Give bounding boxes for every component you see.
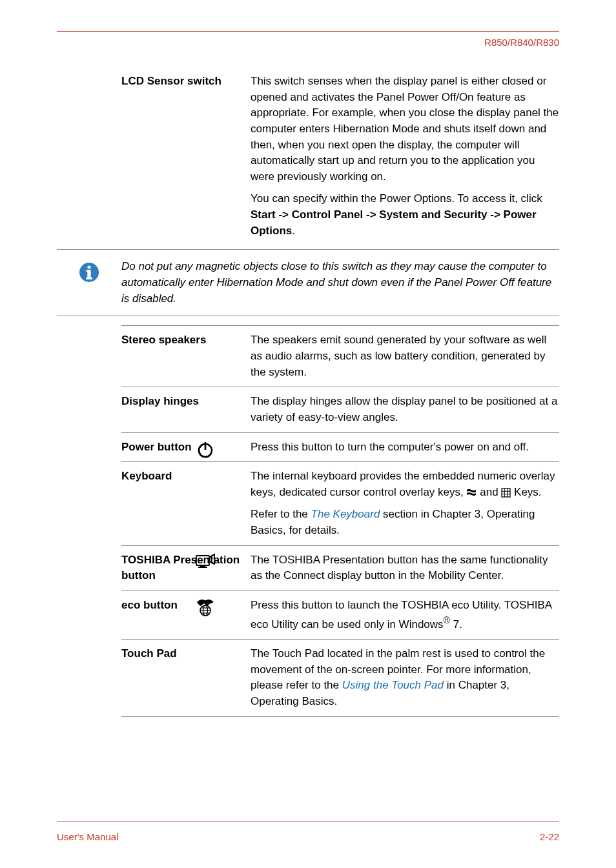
footer-right: 2-22	[540, 831, 559, 842]
row-eco: eco button Press this button to launch t…	[121, 590, 559, 639]
keyboard-p2: Refer to the The Keyboard section in Cha…	[251, 507, 559, 538]
callout-magnetic: Do not put any magnetic objects close to…	[57, 249, 559, 316]
svg-rect-4	[86, 278, 92, 279]
desc-eco: Press this button to launch the TOSHBIA …	[251, 598, 559, 632]
info-icon	[78, 261, 100, 283]
label-hinges: Display hinges	[121, 394, 251, 409]
eco-p-b: 7.	[450, 618, 462, 630]
desc-power: Press this button to turn the computer's…	[251, 439, 559, 456]
kb-p2a: Refer to the	[251, 508, 311, 520]
row-hinges: Display hinges The display hinges allow …	[121, 387, 559, 432]
model-label: R850/R840/R830	[57, 37, 559, 48]
label-power: Power button	[121, 439, 251, 455]
row-wrap-eco: eco button Press this button to launch t…	[121, 590, 559, 639]
row-wrap-power: Power button Press this button to turn t…	[121, 432, 559, 462]
power-icon-wrap	[192, 440, 218, 462]
desc-keyboard: The internal keyboard provides the embed…	[251, 469, 559, 539]
page: R850/R840/R830 LCD Sensor switch This sw…	[0, 0, 616, 868]
label-stereo: Stereo speakers	[121, 332, 251, 348]
svg-rect-8	[502, 489, 510, 497]
eco-p-a: Press this button to launch the TOSHBIA …	[251, 599, 551, 630]
kb-p1c: Keys.	[514, 486, 542, 498]
leaf-globe-icon	[194, 598, 216, 616]
footer-rule	[57, 822, 559, 822]
keyboard-p1: The internal keyboard provides the embed…	[251, 469, 559, 500]
callout-icon-col	[57, 259, 121, 283]
content: LCD Sensor switch This switch senses whe…	[57, 67, 559, 822]
svg-rect-3	[87, 270, 89, 272]
lcd-sensor-p2: You can specify within the Power Options…	[251, 191, 559, 239]
row-keyboard: Keyboard The internal keyboard provides …	[121, 461, 559, 545]
row-stereo: Stereo speakers The speakers emit sound …	[121, 325, 559, 387]
desc-touch: The Touch Pad located in the palm rest i…	[251, 646, 559, 710]
svg-rect-15	[198, 567, 207, 568]
top-rule	[57, 31, 559, 32]
svg-point-1	[87, 266, 90, 269]
lcd-p2a: You can specify within the Power Options…	[251, 192, 542, 205]
desc-presenta: The TOSHIBA Presentation button has the …	[251, 552, 559, 584]
desc-hinges: The display hinges allow the display pan…	[251, 394, 559, 425]
footer-block: User's Manual 2-22	[57, 822, 559, 842]
row-power: Power button Press this button to turn t…	[121, 432, 559, 462]
desc-stereo: The speakers emit sound generated by you…	[251, 332, 559, 380]
eco-icon-wrap	[192, 598, 218, 619]
label-lcd-sensor: LCD Sensor switch	[121, 74, 251, 89]
eco-sup: ®	[444, 615, 450, 625]
numlock-icon	[501, 488, 511, 498]
row-presenta: TOSHIBA Presenta­tion button The TOSHIBA…	[121, 545, 559, 590]
callout-text: Do not put any magnetic objects close to…	[121, 259, 559, 307]
power-icon	[196, 440, 215, 459]
footer: User's Manual 2-22	[57, 826, 559, 842]
windows-flag-icon	[466, 488, 477, 497]
label-eco: eco button	[121, 598, 251, 613]
kb-p1b: and	[480, 486, 501, 498]
presentation-icon-wrap	[192, 553, 218, 575]
touch-link[interactable]: Using the Touch Pad	[342, 679, 444, 691]
label-presenta: TOSHIBA Presenta­tion button	[121, 552, 251, 583]
presentation-icon	[195, 553, 216, 572]
row-wrap-presenta: TOSHIBA Presenta­tion button The TOSHIBA…	[121, 545, 559, 590]
lcd-p2c: .	[292, 225, 295, 237]
label-touch: Touch Pad	[121, 646, 251, 661]
row-touch: Touch Pad The Touch Pad located in the p…	[121, 639, 559, 716]
label-keyboard: Keyboard	[121, 469, 251, 484]
kb-p2-link[interactable]: The Keyboard	[311, 508, 380, 520]
desc-lcd-sensor: This switch senses when the display pane…	[251, 74, 559, 239]
row-lcd-sensor: LCD Sensor switch This switch senses whe…	[121, 67, 559, 245]
end-rule	[121, 716, 559, 717]
footer-left: User's Manual	[57, 831, 118, 842]
svg-rect-13	[196, 556, 209, 565]
lcd-sensor-p1: This switch senses when the display pane…	[251, 74, 559, 185]
